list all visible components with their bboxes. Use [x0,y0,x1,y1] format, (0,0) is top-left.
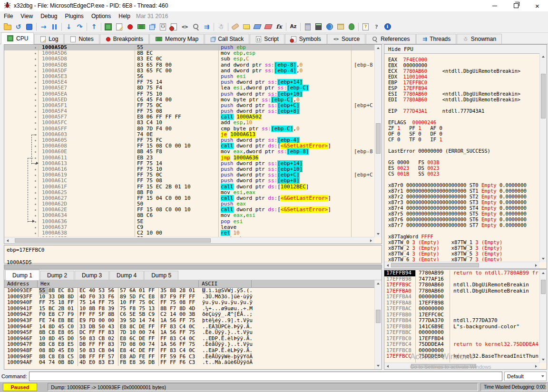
hex-byte[interactable]: EC [58,288,68,294]
stack-row[interactable]: 17EFFBA400000000 [384,294,540,300]
dump-row[interactable]: 100094AF04740B8D4DE083E3FBE836DBFFFFF6C3… [4,360,374,366]
scroll-arrow[interactable] [375,45,382,51]
hex-byte[interactable]: 88 [170,288,179,294]
breakpoint-dot-icon[interactable] [35,111,36,112]
breakpoint-dot-icon[interactable] [35,70,36,72]
tab-symbols[interactable]: Symbols [285,34,327,44]
register-line[interactable]: EBP 17EFFBC0 [388,79,539,85]
dump-header-hex[interactable]: Hex [38,280,199,288]
register-line[interactable]: EAX 7F4EC000 [388,57,539,62]
command-input[interactable] [29,372,502,381]
register-line[interactable]: x87r5 00000000000000000000 ST5 Empty 0.0… [388,211,539,216]
dump-header-address[interactable]: Address [4,280,38,288]
tab-references[interactable]: References [366,34,415,44]
stack-row[interactable]: 17EFFB9C7780AB60ntdll.DbgUiRemoteBreakin [384,282,540,288]
hex-byte[interactable]: 35 [160,288,170,294]
hex-byte[interactable]: 74 [148,318,158,324]
hex-byte[interactable]: E0 [89,360,98,366]
dump-tab-4[interactable]: Dump 4 [109,271,144,280]
hex-byte[interactable]: 50 [79,348,89,354]
hex-byte[interactable]: 39 [120,318,129,324]
hex-byte[interactable]: 6A [129,288,139,294]
hex-byte[interactable]: 8D [49,348,58,354]
register-line[interactable]: EDI 7780AB60 <ntdll.DbgUiRemoteBreakin> [388,97,539,102]
tab-log[interactable]: Log [34,34,64,44]
scroll-thumb[interactable] [376,123,381,154]
hex-byte[interactable]: 10 [120,300,129,306]
dump-tab-5[interactable]: Dump 5 [144,271,178,280]
register-line[interactable]: EIP 777D43A1 ntdll.777D43A1 [388,108,539,114]
tab-snowman[interactable]: ☃Snowman [457,34,502,44]
calculator-button[interactable] [313,22,324,32]
stack-vertical-scrollbar[interactable] [539,270,547,363]
references-button[interactable] [190,22,201,32]
hex-byte[interactable]: 75 [49,300,58,306]
register-line[interactable]: x87r3 00000000000000000000 ST3 Empty 0.0… [388,199,539,205]
breakpoint-dot-icon[interactable] [35,169,36,170]
menu-file[interactable]: File [0,12,17,20]
hex-byte[interactable]: 83 [98,360,108,366]
hex-byte[interactable]: FF [160,360,170,366]
hide-fpu-button[interactable]: Hide FPU [384,45,547,54]
hex-byte[interactable]: 7D [120,330,129,336]
hex-byte[interactable]: F6 [179,360,189,366]
log-button[interactable] [114,22,125,32]
hex-byte[interactable]: FF [129,300,139,306]
disasm-gutter[interactable] [4,114,38,120]
disasm-gutter[interactable] [4,167,38,172]
step-over-button[interactable]: ↷ [74,22,85,32]
disasm-gutter[interactable] [4,56,38,62]
hex-byte[interactable]: 74 [49,318,58,324]
scroll-thumb[interactable] [541,74,546,119]
breakpoint-dot-icon[interactable] [35,221,36,223]
tab-source[interactable]: <>Source [327,34,365,44]
hex-byte[interactable]: 5D [129,318,139,324]
register-line[interactable]: x87TW_2 3 (Empty) x87TW_3 3 (Empty) [388,245,539,251]
hex-byte[interactable]: 74 [148,330,158,336]
cpu-button[interactable] [103,22,114,32]
hex-byte[interactable]: FF [189,300,198,306]
register-line[interactable]: x87r1 00000000000000000000 ST1 Empty 0.0… [388,188,539,194]
scroll-arrow[interactable] [384,262,391,268]
scroll-arrow[interactable] [4,237,11,244]
breakpoint-dot-icon[interactable] [35,204,36,205]
hex-byte[interactable]: 74 [49,360,58,366]
hex-byte[interactable]: 75 [189,318,198,324]
hex-byte[interactable]: C8 [49,330,58,336]
disasm-gutter[interactable] [4,68,38,74]
horizontal-splitter[interactable] [4,265,382,269]
breakpoint-dot-icon[interactable] [35,76,36,78]
script-runner-button[interactable] [302,22,313,32]
disasm-gutter[interactable] [4,62,38,68]
scroll-arrow[interactable] [384,363,391,369]
disasm-row[interactable]: 1000A6365Epop esi [4,219,374,225]
pause-button[interactable] [49,22,60,32]
favourites-button[interactable] [335,22,346,32]
register-line[interactable]: x87TW_6 3 (Empty) x87TW_7 3 (Empty) [388,256,539,261]
menu-plugins[interactable]: Plugins [61,12,88,20]
breakpoint-dot-icon[interactable] [35,209,36,211]
register-line[interactable]: LastError 00000000 (ERROR_SUCCESS) [388,148,539,154]
disasm-gutter[interactable] [4,213,38,218]
disasm-row[interactable]: 1000A6348B C6mov eax,esi [4,213,374,218]
breakpoint-dot-icon[interactable] [35,82,36,83]
disasm-row[interactable]: 1000A5FC83 C4 10add esp,10 [4,120,374,126]
breakpoint-dot-icon[interactable] [35,117,36,118]
stack-row[interactable]: 17EFFBC475DDDEA4return to kernel32.75DDD… [384,342,540,348]
disasm-gutter[interactable] [4,207,38,213]
register-line[interactable]: x87r0 00000000000000000000 ST0 Empty 0.0… [388,182,539,188]
disassembly-horizontal-scrollbar[interactable] [4,237,374,244]
register-line[interactable]: ES 0023 DS 0023 [388,165,539,171]
hex-byte[interactable]: 14 [139,318,148,324]
hex-byte[interactable]: 05 [68,330,77,336]
hex-byte[interactable]: 75 [139,300,148,306]
dump-tab-1[interactable]: Dump 1 [5,270,39,280]
register-line[interactable]: EBX 00000000 [388,62,539,68]
hex-byte[interactable]: C4 [179,348,189,354]
dump-row[interactable]: 1000943FFE74EBBEE9FD0000395D14741A56FF75… [4,318,374,324]
breakpoint-dot-icon[interactable] [35,198,36,199]
dump-tab-3[interactable]: Dump 3 [75,271,109,280]
dump-row[interactable]: 1000940FFF7518FF7514FF7510FF750CFF7508FF… [4,300,374,306]
tab-threads[interactable]: ⇉Threads [416,34,457,44]
strings-button[interactable]: Az [288,22,299,32]
